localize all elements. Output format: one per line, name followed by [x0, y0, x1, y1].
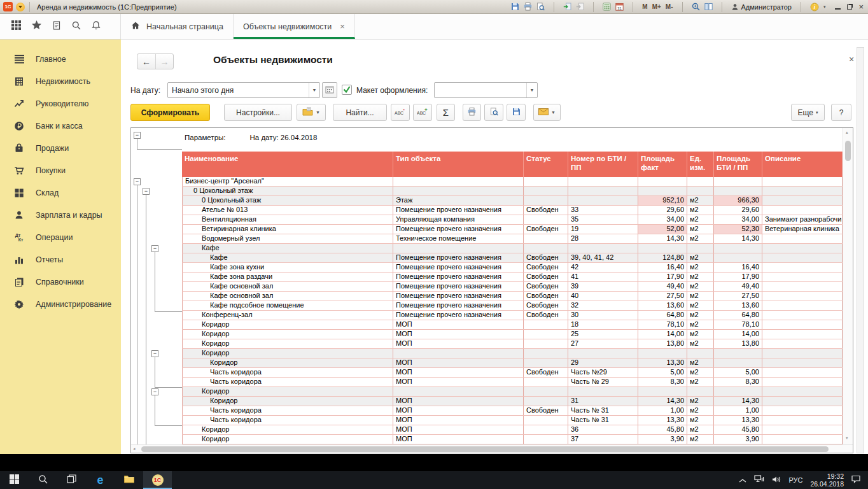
cell-status[interactable] — [524, 196, 568, 205]
cell-area-bti[interactable]: 13,80 — [714, 339, 762, 348]
cell-description[interactable] — [762, 292, 843, 301]
form-close-icon[interactable]: × — [849, 54, 854, 64]
cell-name[interactable]: 0 Цокольный этаж — [182, 187, 393, 195]
cell-name[interactable]: Кафе подсобное помещение — [182, 301, 393, 310]
cell-area-bti[interactable] — [714, 177, 762, 186]
table-row[interactable]: Бизнес-центр "Арсенал" — [182, 177, 843, 187]
network-icon[interactable] — [754, 474, 764, 486]
cell-name[interactable]: Коридор — [182, 330, 393, 339]
column-header[interactable]: Площадь факт — [638, 152, 687, 177]
cell-status[interactable] — [524, 435, 568, 444]
print-icon[interactable] — [524, 3, 532, 11]
cell-number[interactable]: 25 — [568, 330, 638, 339]
caret-down-icon[interactable]: ▾ — [823, 4, 826, 10]
cell-number[interactable]: 28 — [568, 234, 638, 243]
combo-arrow-icon[interactable]: ▼ — [526, 83, 537, 97]
cell-area-fact[interactable] — [638, 349, 687, 358]
cell-description[interactable] — [762, 397, 843, 406]
save-report-button[interactable] — [507, 104, 526, 121]
table-row[interactable]: Кафе зона раздачиПомещение прочего назна… — [182, 273, 843, 282]
scroll-down-icon[interactable]: ▾ — [846, 436, 848, 441]
cell-number[interactable]: 40 — [568, 292, 638, 301]
cell-unit[interactable] — [687, 187, 714, 195]
cell-description[interactable] — [762, 378, 843, 386]
cell-number[interactable]: 35 — [568, 215, 638, 224]
table-row[interactable]: КоридорМОП3645,80м245,80 — [182, 425, 843, 435]
cell-area-bti[interactable]: 1,00 — [714, 406, 762, 415]
generate-button[interactable]: Сформировать — [130, 104, 210, 121]
table-row[interactable]: Кафе зона кухниПомещение прочего назначе… — [182, 263, 843, 273]
cell-unit[interactable] — [687, 177, 714, 186]
sidebar-item-operacii[interactable]: ДтКтОперации — [0, 226, 121, 248]
cell-status[interactable] — [524, 234, 568, 243]
cell-description[interactable] — [762, 273, 843, 281]
go-to-link-icon[interactable] — [576, 3, 584, 11]
cell-area-fact[interactable]: 29,60 — [638, 206, 687, 215]
cell-area-fact[interactable]: 14,30 — [638, 397, 687, 406]
clock[interactable]: 19:32 26.04.2018 — [810, 472, 844, 488]
cell-name[interactable]: Коридор — [182, 339, 393, 348]
cell-description[interactable] — [762, 330, 843, 339]
cell-type[interactable]: МОП — [393, 425, 524, 434]
cell-unit[interactable] — [687, 244, 714, 253]
cell-status[interactable]: Свободен — [524, 311, 568, 320]
vertical-scrollbar[interactable]: ▴ ▾ — [843, 128, 853, 444]
cell-area-bti[interactable]: 5,00 — [714, 368, 762, 377]
collapse-toggle[interactable]: − — [134, 132, 141, 139]
cell-name[interactable]: Кафе основной зал — [182, 292, 393, 301]
cell-name[interactable]: Коридор — [182, 387, 393, 396]
table-row[interactable]: Часть коридораМОПЧасть № 3113,30м213,30 — [182, 416, 843, 425]
column-header[interactable]: Описание — [762, 152, 843, 177]
expand-groups-button[interactable]: АВС+ — [413, 104, 432, 121]
scrollbar-thumb[interactable] — [141, 446, 829, 452]
table-row[interactable]: Часть коридораМОПСвободенЧасть №295,00м2… — [182, 368, 843, 378]
memory-store-button[interactable]: M — [642, 3, 647, 10]
cell-area-fact[interactable]: 78,10 — [638, 320, 687, 329]
forward-button[interactable]: → — [155, 54, 173, 69]
cell-area-fact[interactable]: 14,30 — [638, 234, 687, 243]
cell-type[interactable] — [393, 177, 524, 186]
cell-area-fact[interactable]: 124,80 — [638, 253, 687, 262]
cell-area-fact[interactable]: 8,30 — [638, 378, 687, 386]
cell-unit[interactable]: м2 — [687, 397, 714, 406]
collapse-toggle[interactable]: − — [134, 178, 141, 185]
column-header[interactable]: Тип объекта — [393, 152, 524, 177]
cell-description[interactable] — [762, 387, 843, 396]
send-mail-button[interactable]: ▼ — [533, 104, 561, 121]
cell-type[interactable]: Помещение прочего назначения — [393, 273, 524, 281]
cell-unit[interactable]: м2 — [687, 435, 714, 444]
cell-number[interactable]: 39, 40, 41, 42 — [568, 253, 638, 262]
cell-description[interactable] — [762, 196, 843, 205]
cell-unit[interactable] — [687, 349, 714, 358]
sidebar-item-bank-i-kassa[interactable]: Банк и касса — [0, 115, 121, 137]
cell-name[interactable]: Вентиляционная — [182, 215, 393, 224]
cell-area-bti[interactable]: 14,30 — [714, 234, 762, 243]
restore-button[interactable] — [847, 4, 852, 10]
cell-type[interactable]: МОП — [393, 368, 524, 377]
cell-status[interactable] — [524, 244, 568, 253]
table-row[interactable]: Коридор — [182, 349, 843, 358]
cell-description[interactable] — [762, 425, 843, 434]
table-row[interactable]: 0 Цокольный этаж — [182, 187, 843, 196]
table-row[interactable]: КоридорМОП2913,30м2 — [182, 358, 843, 368]
cell-type[interactable]: Помещение прочего назначения — [393, 301, 524, 310]
language-indicator[interactable]: РУС — [788, 476, 802, 484]
cell-number[interactable]: 36 — [568, 425, 638, 434]
cell-area-fact[interactable]: 16,40 — [638, 263, 687, 272]
file-explorer-button[interactable] — [115, 471, 143, 489]
system-menu-button[interactable] — [16, 3, 25, 11]
cell-name[interactable]: Коридор — [182, 358, 393, 367]
combo-arrow-icon[interactable]: ▼ — [309, 83, 319, 97]
cell-unit[interactable]: м2 — [687, 282, 714, 291]
calculator-icon[interactable] — [603, 3, 611, 11]
table-row[interactable]: КоридорМОП373,90м23,90 — [182, 435, 843, 444]
cell-area-fact[interactable]: 45,80 — [638, 425, 687, 434]
cell-area-bti[interactable]: 78,10 — [714, 320, 762, 329]
favorites-icon[interactable] — [31, 20, 42, 33]
cell-unit[interactable]: м2 — [687, 273, 714, 281]
cell-type[interactable]: Техническое помещение — [393, 234, 524, 243]
table-row[interactable]: Кафе основной залПомещение прочего назна… — [182, 282, 843, 292]
cell-description[interactable] — [762, 416, 843, 425]
column-header[interactable]: Наименование — [182, 152, 393, 177]
cell-number[interactable]: 37 — [568, 435, 638, 444]
